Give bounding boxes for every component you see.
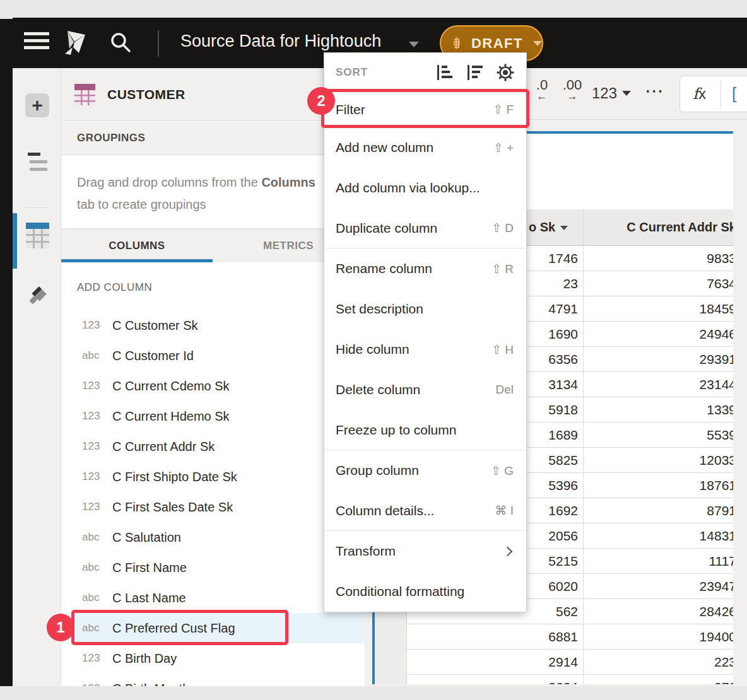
left-frame-strip [0,19,13,686]
increase-decimals-icon[interactable]: .00 → [558,78,587,101]
title-dropdown-caret-icon[interactable] [409,42,419,47]
element-title: CUSTOMER [107,87,185,102]
hamburger-menu-icon[interactable] [24,32,49,54]
context-menu-item[interactable]: Set description [324,289,526,329]
panel-tabs: COLUMNS METRICS [61,228,365,262]
context-menu-item[interactable]: Rename column ⇧ R [324,248,526,289]
context-menu-item[interactable]: Add new column ⇧ + [324,127,526,168]
menu-item-filter[interactable]: Filter ⇧ F [324,92,526,127]
column-list-item[interactable]: abc C Customer Id [61,341,365,371]
table-purple-icon [74,84,95,105]
menu-item-label: Freeze up to column [336,423,514,438]
table-row: 6881 19400 [375,624,733,650]
table-cell[interactable]: 23144 [584,372,733,397]
column-label: C Birth Day [112,651,177,666]
formula-text[interactable]: [ [732,84,736,103]
context-menu-item[interactable]: Conditional formatting [324,571,526,612]
sort-ascending-icon[interactable] [435,64,454,81]
table-cell[interactable]: 5539 [584,423,733,448]
groupings-hint-line2: tab to create groupings [77,197,206,212]
table-cell[interactable]: 2914 [407,650,584,675]
column-list-item[interactable]: 123 C Birth Day [61,643,365,674]
column-list-item[interactable]: 123 C First Shipto Date Sk [61,462,365,492]
context-menu-item[interactable]: Transform [324,531,526,571]
table-cell[interactable]: 1117 [584,549,733,574]
context-menu-item[interactable]: Freeze up to column [324,410,526,450]
table-cell[interactable]: 7634 [584,271,733,296]
table-row: 2634 276 [375,675,733,684]
table-cell[interactable]: 28426 [584,599,733,624]
column-list-item[interactable]: 123 C Customer Sk [61,310,365,341]
table-cell[interactable]: 29391 [584,347,733,372]
column-context-menu: SORT [324,52,527,612]
context-menu-item[interactable]: Hide column ⇧ H [324,329,526,370]
column-list-item[interactable]: 123 C Current Addr Sk [61,431,365,462]
column-label: C First Shipto Date Sk [112,470,237,484]
table-cell[interactable]: 276 [584,675,733,684]
table-cell[interactable]: 12033 [584,448,733,473]
column-list-item[interactable]: abc C First Name [61,552,365,583]
table-cell[interactable]: 19400 [584,624,733,650]
column-type-badge: abc [82,531,112,544]
table-cell[interactable]: 1339 [584,397,733,423]
column-list-item[interactable]: 123 C Current Hdemo Sk [61,401,365,431]
sigma-bird-logo[interactable] [59,28,90,58]
column-list-item[interactable]: 123 C Birth Month [61,674,365,686]
decrease-decimals-icon[interactable]: .0 ← [527,78,556,101]
column-list-item[interactable]: abc C Preferred Cust Flag [61,613,365,643]
table-cell[interactable]: 14831 [584,523,733,549]
menu-item-label: Delete column [336,382,495,397]
search-icon[interactable] [109,30,134,55]
add-column-label[interactable]: ADD COLUMN [77,281,152,294]
column-list-item[interactable]: abc C Salutation [61,522,365,552]
table-element-icon[interactable] [26,223,49,248]
column-label: C First Sales Date Sk [112,500,233,515]
number-format-dropdown[interactable]: 123 [592,85,631,102]
page-outline-icon[interactable] [28,153,48,172]
table-cell[interactable]: 223 [584,650,733,675]
table-cell[interactable]: 8791 [584,498,733,523]
table-cell[interactable]: 2634 [407,675,584,684]
groupings-hint-zone: Drag and drop columns from the Columns t… [61,155,365,228]
table-cell[interactable]: 9833 [584,246,733,271]
context-menu-item[interactable]: Delete column Del [324,370,526,410]
document-title[interactable]: Source Data for Hightouch [180,32,381,51]
format-brush-icon[interactable] [25,283,49,306]
column-menu-caret-icon[interactable] [560,226,568,230]
column-type-badge: 123 [82,470,112,483]
sort-descending-icon[interactable] [466,64,485,81]
context-menu-item[interactable]: Column details... ⌘ I [324,491,526,531]
shortcut-label: ⇧ + [493,141,514,155]
formula-bar[interactable]: fx [ [679,76,747,112]
fx-icon: fx [693,85,706,103]
menu-item-label: Conditional formatting [336,584,514,599]
table-cell[interactable]: 24946 [584,322,733,347]
row-gutter-cell[interactable] [375,624,407,650]
column-list-item[interactable]: 123 C Current Cdemo Sk [61,371,365,401]
menu-item-label: Add column via lookup... [336,180,514,195]
add-element-button[interactable]: + [25,93,49,117]
groupings-section-header[interactable]: GROUPINGS [61,122,365,155]
column-header-c-current-addr-sk[interactable]: C Current Addr Sk [584,209,733,245]
context-menu-item[interactable]: Group column ⇧ G [324,450,526,491]
sort-section-label: SORT [336,66,435,79]
shortcut-label: ⇧ G [491,464,514,478]
menu-item-label: Transform [336,544,491,559]
menu-item-label: Column details... [336,503,495,518]
table-cell[interactable]: 18761 [584,473,733,498]
tab-columns[interactable]: COLUMNS [61,229,213,263]
gear-icon[interactable] [496,63,515,82]
screenshot-stage: Source Data for Hightouch DRAFT + [0,0,747,700]
context-menu-item[interactable]: Add column via lookup... [324,168,526,208]
row-gutter-cell[interactable] [375,650,407,675]
column-list-item[interactable]: 123 C First Sales Date Sk [61,492,365,522]
column-list-item[interactable]: abc C Last Name [61,583,365,613]
more-options-icon[interactable]: ⋯ [645,79,664,102]
row-gutter-cell[interactable] [375,675,407,684]
table-cell[interactable]: 18459 [584,296,733,322]
context-menu-items: Add new column ⇧ + Add column via lookup… [324,127,526,612]
table-cell[interactable]: 23947 [584,574,733,599]
column-type-badge: abc [82,622,112,634]
table-cell[interactable]: 6881 [407,624,584,650]
context-menu-item[interactable]: Duplicate column ⇧ D [324,208,526,248]
